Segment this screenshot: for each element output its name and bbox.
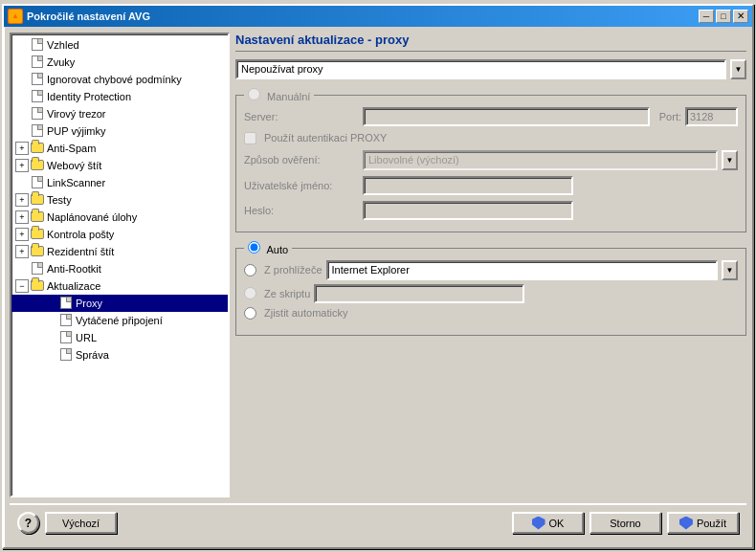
tree-item-zvuky[interactable]: Zvuky [11, 54, 228, 71]
icon-ignorovat [31, 73, 44, 86]
server-row: Server: Port: [244, 107, 738, 126]
auto-group: Auto Z prohlížeče Internet Explorer ▼ [235, 248, 746, 336]
server-input[interactable] [363, 107, 650, 126]
storno-button[interactable]: Storno [589, 512, 661, 534]
tree-item-linkscanner[interactable]: LinkScanner [11, 174, 228, 191]
icon-kontrola [31, 228, 44, 241]
bottom-bar: ? Výchozí OK Storno Použít [10, 503, 746, 541]
expander-kontrola[interactable]: + [15, 228, 29, 241]
icon-vzhled [31, 38, 44, 52]
icon-rezidentni [31, 245, 44, 258]
tree-item-webovy[interactable]: +Webový štít [11, 157, 228, 174]
manualni-group: Manuální Server: Port: Použít autentikac… [235, 95, 746, 232]
icon-zvuky [31, 55, 44, 69]
heslo-label: Heslo: [244, 205, 359, 216]
panel-title: Nastavení aktualizace - proxy [235, 33, 746, 52]
icon-antirootkit [31, 262, 44, 276]
expander-testy[interactable]: + [15, 193, 29, 207]
pouzit-button[interactable]: Použít [667, 512, 739, 534]
minimize-button[interactable]: ─ [699, 10, 714, 23]
tree-item-ignorovat[interactable]: Ignorovat chybové podmínky [11, 71, 228, 88]
tree-item-vytocene[interactable]: Vytáčené připojení [11, 312, 228, 329]
manualni-radio[interactable] [248, 88, 260, 100]
ze-skriptu-row: Ze skriptu [244, 284, 738, 303]
tree-label-kontrola: Kontrola pošty [47, 229, 114, 240]
tree-item-antirootkit[interactable]: Anti-Rootkit [11, 260, 228, 277]
tree-label-proxy: Proxy [76, 298, 102, 309]
proxy-select-row: Nepoužívat proxy Manuální Auto ▼ [235, 59, 746, 79]
z-prohlizece-radio[interactable] [244, 264, 256, 276]
port-input[interactable] [685, 107, 738, 126]
auth-checkbox[interactable] [244, 132, 256, 144]
tree-label-antispam: Anti-Spam [47, 143, 96, 154]
proxy-dropdown-arrow[interactable]: ▼ [730, 59, 746, 79]
titlebar-buttons: ─ □ ✕ [699, 10, 748, 23]
tree-item-antispam[interactable]: +Anti-Spam [11, 140, 228, 157]
tree-label-ignorovat: Ignorovat chybové podmínky [47, 74, 182, 85]
auto-radio[interactable] [248, 241, 260, 254]
auto-section: Z prohlížeče Internet Explorer ▼ Ze skri… [244, 256, 738, 327]
tree-item-vzhled[interactable]: Vzhled [11, 36, 228, 54]
auth-label: Použít autentikaci PROXY [264, 132, 387, 144]
expander-webovy[interactable]: + [15, 159, 29, 172]
titlebar: ▲ Pokročilé nastavení AVG ─ □ ✕ [4, 6, 752, 27]
ze-skriptu-radio[interactable] [244, 287, 256, 299]
uzivatelske-input[interactable] [363, 176, 573, 195]
tree-item-identity[interactable]: Identity Protection [11, 88, 228, 105]
tree-label-pup: PUP výjimky [47, 125, 106, 137]
tree-item-url[interactable]: URL [11, 329, 228, 346]
manualni-section: Server: Port: Použít autentikaci PROXY Z… [244, 103, 738, 224]
close-button[interactable]: ✕ [733, 10, 748, 23]
tree-panel: VzhledZvukyIgnorovat chybové podmínkyIde… [10, 33, 230, 497]
tree-label-naplanovane: Naplánované úlohy [47, 211, 137, 223]
heslo-input[interactable] [363, 201, 573, 220]
expander-antispam[interactable]: + [15, 142, 29, 155]
browser-arrow[interactable]: ▼ [722, 260, 738, 280]
proxy-dropdown[interactable]: Nepoužívat proxy Manuální Auto [235, 59, 726, 79]
zjistit-label: Zjistit automaticky [264, 307, 347, 319]
icon-virovy [31, 107, 44, 121]
icon-aktualizace [31, 279, 44, 293]
zjistit-radio[interactable] [244, 307, 256, 320]
tree-label-testy: Testy [47, 194, 72, 206]
tree-label-vzhled: Vzhled [47, 39, 79, 51]
tree-label-vytocene: Vytáčené připojení [76, 315, 163, 326]
tree-item-rezidentni[interactable]: +Rezidentní štít [11, 243, 228, 260]
expander-aktualizace[interactable]: − [15, 279, 29, 293]
tree-label-virovy: Virový trezor [47, 108, 106, 120]
ze-skriptu-input[interactable] [314, 284, 524, 303]
tree-item-sprava[interactable]: Správa [11, 346, 228, 364]
auto-group-label: Auto [244, 241, 292, 255]
zjistit-row: Zjistit automaticky [244, 307, 738, 320]
icon-webovy [31, 159, 44, 172]
zpusob-select[interactable]: Libovolné (výchozí) [363, 150, 718, 170]
z-prohlizece-label: Z prohlížeče [264, 264, 322, 276]
zpusob-arrow[interactable]: ▼ [722, 150, 738, 170]
tree-label-url: URL [76, 332, 97, 343]
expander-rezidentni[interactable]: + [15, 245, 29, 258]
tree-item-pup[interactable]: PUP výjimky [11, 122, 228, 140]
icon-naplanovane [31, 210, 44, 224]
help-button[interactable]: ? [17, 512, 39, 534]
zpusob-row: Způsob ověření: Libovolné (výchozí) ▼ [244, 150, 738, 170]
tree-item-testy[interactable]: +Testy [11, 191, 228, 209]
tree-item-virovy[interactable]: Virový trezor [11, 105, 228, 122]
ok-button[interactable]: OK [512, 512, 584, 534]
icon-sprava [59, 348, 73, 362]
tree-item-aktualizace[interactable]: −Aktualizace [11, 277, 228, 295]
tree-item-naplanovane[interactable]: +Naplánované úlohy [11, 209, 228, 226]
tree-label-zvuky: Zvuky [47, 56, 75, 68]
icon-antispam [31, 142, 44, 155]
browser-select[interactable]: Internet Explorer [326, 260, 718, 280]
tree-item-proxy[interactable]: Proxy [11, 295, 228, 312]
vychozi-button[interactable]: Výchozí [45, 512, 117, 534]
heslo-row: Heslo: [244, 201, 738, 220]
zpusob-label: Způsob ověření: [244, 154, 359, 166]
tree-label-webovy: Webový štít [47, 160, 101, 171]
tree-item-kontrola[interactable]: +Kontrola pošty [11, 226, 228, 243]
uzivatelske-label: Uživatelské jméno: [244, 180, 359, 191]
maximize-button[interactable]: □ [716, 10, 731, 23]
expander-naplanovane[interactable]: + [15, 210, 29, 224]
z-prohlizece-row: Z prohlížeče Internet Explorer ▼ [244, 260, 738, 280]
port-label: Port: [659, 111, 681, 122]
